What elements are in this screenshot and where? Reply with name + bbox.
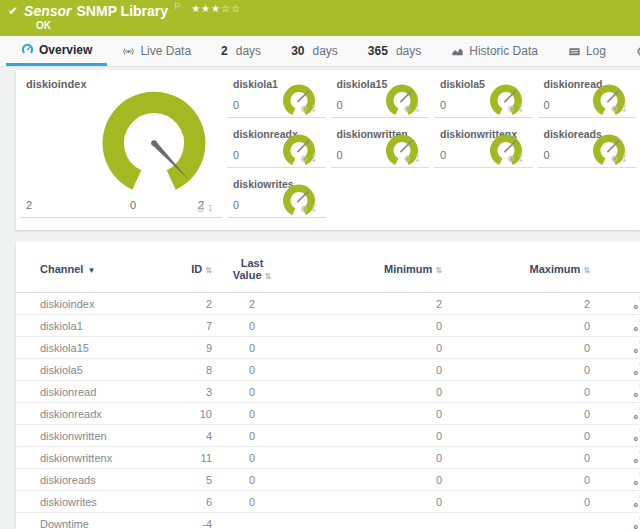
tab-label-number: 30 [291, 44, 304, 58]
channel-last-value: 0 [212, 469, 292, 491]
column-header-channel[interactable]: Channel▼ [16, 250, 170, 293]
table-row[interactable]: diskiola15 9 0 0 0 ⚙⚙ [16, 337, 640, 359]
tab-365-days[interactable]: 365 days [353, 36, 436, 66]
channel-name[interactable]: diskioreads [40, 474, 96, 486]
channel-name[interactable]: diskiola1 [40, 320, 83, 332]
gauge-diskionwritten[interactable]: diskionwritten 0 ⚙ ↧ [331, 122, 430, 168]
channel-settings-icon[interactable]: ⚙⚙ [634, 472, 640, 485]
column-header-last-value[interactable]: Last Value⇅ [212, 250, 292, 293]
channel-name[interactable]: diskiola5 [40, 364, 83, 376]
table-row[interactable]: diskionwritten 4 0 0 0 ⚙⚙ [16, 425, 640, 447]
pin-icon[interactable]: ↧ [413, 105, 421, 114]
table-header-row: Channel▼ ID⇅ Last Value⇅ Minimum⇅ Maximu… [16, 250, 640, 293]
gauge-diskiola5[interactable]: diskiola5 0 ⚙ ↧ [434, 72, 533, 118]
tab-30-days[interactable]: 30 days [276, 36, 353, 66]
table-row[interactable]: Downtime -4 ⚙⚙ [16, 513, 640, 529]
table-row[interactable]: diskionwrittenx 11 0 0 0 ⚙⚙ [16, 447, 640, 469]
channel-last-value: 0 [212, 315, 292, 337]
tab-label-unit: days [312, 44, 337, 58]
gauge-diskionwrittenx[interactable]: diskionwrittenx 0 ⚙ ↧ [434, 122, 533, 168]
gear-icon[interactable]: ⚙ [300, 155, 308, 164]
sensor-header: ✔ Sensor SNMP Library ⚐ ★★★☆☆ OK [0, 0, 640, 36]
pin-icon[interactable]: ↧ [310, 105, 318, 114]
channel-id: 10 [170, 403, 212, 425]
pin-icon[interactable]: ↧ [310, 205, 318, 214]
table-row[interactable]: diskionreadx 10 0 0 0 ⚙⚙ [16, 403, 640, 425]
tab-label: Overview [39, 43, 92, 57]
channel-settings-icon[interactable]: ⚙⚙ [634, 450, 640, 463]
gear-icon[interactable]: ⚙ [403, 155, 411, 164]
gear-icon[interactable]: ⚙ [610, 105, 618, 114]
channel-settings-icon[interactable]: ⚙⚙ [634, 494, 640, 507]
pin-icon[interactable]: ↧ [620, 105, 628, 114]
priority-stars[interactable]: ★★★☆☆ [191, 3, 241, 14]
gear-icon[interactable]: ⚙ [300, 205, 308, 214]
channel-settings-icon[interactable]: ⚙⚙ [634, 516, 640, 529]
gear-icon[interactable]: ⚙ [403, 105, 411, 114]
sort-icon: ⇅ [435, 266, 442, 275]
gauge-diskiola15[interactable]: diskiola15 0 ⚙ ↧ [331, 72, 430, 118]
gauge-diskioreads[interactable]: diskioreads 0 ⚙ ↧ [538, 122, 637, 168]
table-row[interactable]: diskioreads 5 0 0 0 ⚙⚙ [16, 469, 640, 491]
channel-minimum: 0 [292, 469, 442, 491]
channel-id: 8 [170, 359, 212, 381]
table-row[interactable]: diskioindex 2 2 2 2 ⚙⚙ [16, 293, 640, 315]
gear-icon[interactable]: ⚙ [196, 205, 204, 214]
gear-icon[interactable]: ⚙ [300, 105, 308, 114]
pin-icon[interactable]: ↧ [310, 155, 318, 164]
tab-live-data[interactable]: Live Data [107, 36, 206, 66]
channel-settings-icon[interactable]: ⚙⚙ [634, 384, 640, 397]
tab-overview[interactable]: Overview [6, 36, 107, 66]
tab-settings[interactable]: ⚙ Settings [621, 36, 640, 66]
column-header-minimum[interactable]: Minimum⇅ [292, 250, 442, 293]
status-badge: OK [36, 20, 640, 31]
channel-id: 6 [170, 491, 212, 513]
pin-icon[interactable]: ↧ [517, 155, 525, 164]
pin-icon[interactable]: ↧ [413, 155, 421, 164]
column-header-id[interactable]: ID⇅ [170, 250, 212, 293]
gauge-diskiola1[interactable]: diskiola1 0 ⚙ ↧ [227, 72, 326, 118]
channel-name[interactable]: Downtime [40, 518, 89, 529]
pin-icon[interactable]: ↧ [620, 155, 628, 164]
tab-log[interactable]: Log [553, 36, 621, 66]
gauge-diskiowrites[interactable]: diskiowrites 0 ⚙ ↧ [227, 172, 326, 218]
sort-icon: ⇅ [265, 272, 272, 281]
tab-historic-data[interactable]: Historic Data [436, 36, 553, 66]
gauge-current-value: 0 [337, 149, 343, 161]
pin-icon[interactable]: ↧ [517, 105, 525, 114]
gear-icon[interactable]: ⚙ [507, 105, 515, 114]
channel-settings-icon[interactable]: ⚙⚙ [634, 362, 640, 375]
gear-icon[interactable]: ⚙ [610, 155, 618, 164]
gauge-current-value: 0 [544, 149, 550, 161]
table-row[interactable]: diskiowrites 6 0 0 0 ⚙⚙ [16, 491, 640, 513]
channel-settings-icon[interactable]: ⚙⚙ [634, 296, 640, 309]
channel-name[interactable]: diskiowrites [40, 496, 97, 508]
table-row[interactable]: diskiola1 7 0 0 0 ⚙⚙ [16, 315, 640, 337]
tab-label: Historic Data [469, 44, 538, 58]
tab-2-days[interactable]: 2 days [206, 36, 276, 66]
column-header-maximum[interactable]: Maximum⇅ [442, 250, 590, 293]
channel-minimum: 0 [292, 403, 442, 425]
channel-name[interactable]: diskiola15 [40, 342, 89, 354]
gauge-diskioindex[interactable]: diskioindex 2 0 2 ⚙ ↧ [20, 72, 222, 218]
channel-last-value: 0 [212, 359, 292, 381]
table-row[interactable]: diskiola5 8 0 0 0 ⚙⚙ [16, 359, 640, 381]
channel-settings-icon[interactable]: ⚙⚙ [634, 428, 640, 441]
flag-icon[interactable]: ⚐ [173, 1, 181, 11]
channel-name[interactable]: diskionreadx [40, 408, 102, 420]
channel-name[interactable]: diskionwrittenx [40, 452, 112, 464]
channel-settings-icon[interactable]: ⚙⚙ [634, 406, 640, 419]
channel-settings-icon[interactable]: ⚙⚙ [634, 318, 640, 331]
gauge-current-value: 0 [233, 149, 239, 161]
channel-name[interactable]: diskionwritten [40, 430, 107, 442]
gear-icon: ⚙ [636, 45, 640, 58]
channel-name[interactable]: diskionread [40, 386, 96, 398]
gear-icon[interactable]: ⚙ [507, 155, 515, 164]
gauge-diskionreadx[interactable]: diskionreadx 0 ⚙ ↧ [227, 122, 326, 168]
channel-minimum: 0 [292, 447, 442, 469]
channel-name[interactable]: diskioindex [40, 298, 94, 310]
pin-icon[interactable]: ↧ [206, 205, 214, 214]
channel-settings-icon[interactable]: ⚙⚙ [634, 340, 640, 353]
table-row[interactable]: diskionread 3 0 0 0 ⚙⚙ [16, 381, 640, 403]
gauge-diskionread[interactable]: diskionread 0 ⚙ ↧ [538, 72, 637, 118]
